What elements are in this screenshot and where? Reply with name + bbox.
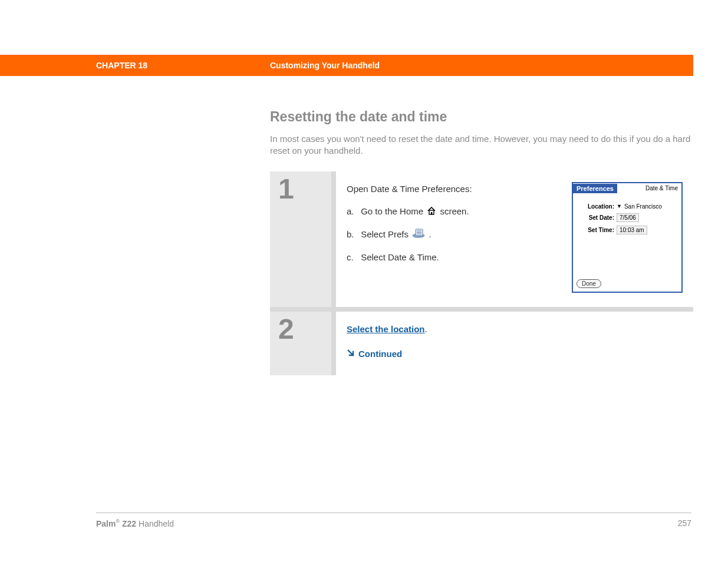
intro-text: In most cases you won't need to reset th… (270, 133, 691, 157)
step-2-line: Select the location. (347, 322, 683, 336)
palm-titlebar: Preferences Date & Time (573, 183, 681, 194)
step-body: Open Date & Time Preferences: a. Go to t… (331, 171, 693, 307)
palm-done-button: Done (577, 279, 601, 288)
brand-prefix: Palm (96, 519, 116, 528)
step-number: 2 (278, 312, 294, 343)
select-location-link[interactable]: Select the location (347, 324, 425, 334)
home-icon (427, 205, 436, 219)
svg-rect-1 (431, 212, 432, 214)
step-number: 1 (278, 171, 294, 203)
palm-time-value: 10:03 am (617, 226, 647, 234)
palm-time-row: Set Time: 10:03 am (578, 226, 677, 234)
step-1-text: Open Date & Time Preferences: a. Go to t… (347, 182, 558, 293)
step-row-2: 2 Select the location. Continued (270, 312, 693, 375)
palm-date-label: Set Date: (578, 214, 614, 221)
chapter-title: Customizing Your Handheld (270, 61, 380, 70)
section-heading: Resetting the date and time (270, 109, 691, 125)
page-number: 257 (678, 518, 691, 528)
brand-model: Z22 (120, 519, 136, 528)
sub-letter-b: b. (347, 227, 358, 242)
continued-line: Continued (347, 347, 683, 361)
sub-letter-c: c. (347, 250, 358, 265)
step-number-cell: 2 (270, 312, 331, 375)
palm-body: Location: ▼ San Francisco Set Date: 7/5/… (573, 194, 681, 243)
content-area: Resetting the date and time In most case… (270, 109, 691, 375)
palm-screenshot: Preferences Date & Time Location: ▼ San … (572, 182, 683, 293)
substep-a: a. Go to the Home screen. (347, 204, 558, 219)
brand-suffix: Handheld (136, 519, 174, 528)
step-number-cell: 1 (270, 171, 331, 307)
palm-time-label: Set Time: (578, 227, 614, 233)
palm-date-row: Set Date: 7/5/06 (578, 213, 677, 222)
page-footer: Palm® Z22 Handheld 257 (96, 518, 691, 528)
dropdown-caret-icon: ▼ (617, 203, 622, 209)
sub-b-pre: Select Prefs (361, 229, 411, 239)
palm-title-left: Preferences (573, 184, 617, 193)
step-body: Select the location. Continued (331, 312, 693, 375)
palm-date-value: 7/5/06 (617, 213, 639, 222)
sub-c-text: Select Date & Time. (361, 252, 439, 262)
step-2-text: Select the location. Continued (347, 322, 683, 361)
palm-location-label: Location: (578, 203, 614, 210)
steps-container: 1 Open Date & Time Preferences: a. Go to… (270, 171, 693, 375)
step-1-lead: Open Date & Time Preferences: (347, 182, 558, 196)
sub-b-post: . (429, 229, 431, 239)
palm-location-value: San Francisco (624, 203, 662, 210)
footer-rule (96, 513, 691, 513)
sub-a-pre: Go to the Home (361, 206, 426, 216)
sub-letter-a: a. (347, 204, 358, 219)
step-row-1: 1 Open Date & Time Preferences: a. Go to… (270, 171, 693, 312)
palm-location-row: Location: ▼ San Francisco (578, 203, 677, 210)
palm-title-right: Date & Time (645, 184, 681, 193)
prefs-icon (412, 228, 425, 242)
substep-b: b. Select Prefs (347, 227, 558, 242)
continued-arrow-icon (347, 347, 355, 361)
chapter-label: CHAPTER 18 (96, 61, 147, 70)
substep-c: c. Select Date & Time. (347, 250, 558, 265)
sub-a-post: screen. (440, 206, 469, 216)
footer-brand: Palm® Z22 Handheld (96, 518, 174, 528)
link-suffix: . (425, 324, 427, 334)
chapter-header: CHAPTER 18 Customizing Your Handheld (0, 55, 693, 76)
continued-label: Continued (358, 347, 402, 361)
sub-list: a. Go to the Home screen. (347, 204, 558, 265)
